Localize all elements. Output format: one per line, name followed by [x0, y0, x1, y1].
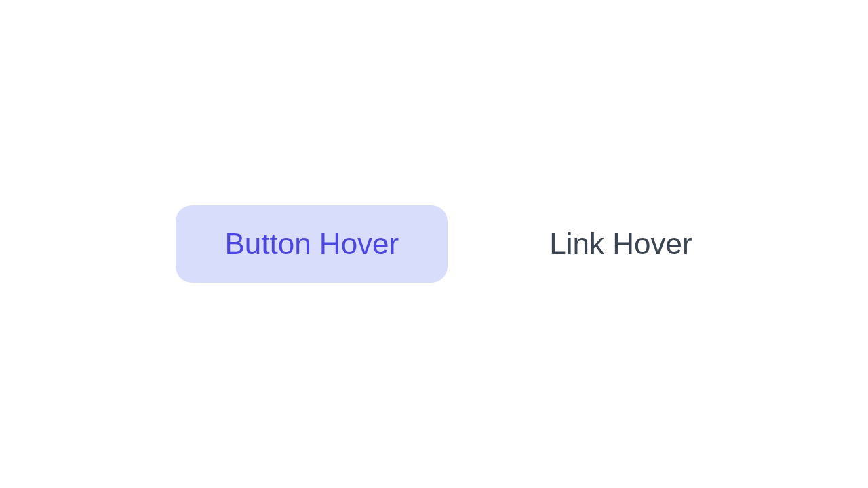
button-hover[interactable]: Button Hover	[176, 205, 448, 283]
link-hover[interactable]: Link Hover	[549, 227, 692, 261]
